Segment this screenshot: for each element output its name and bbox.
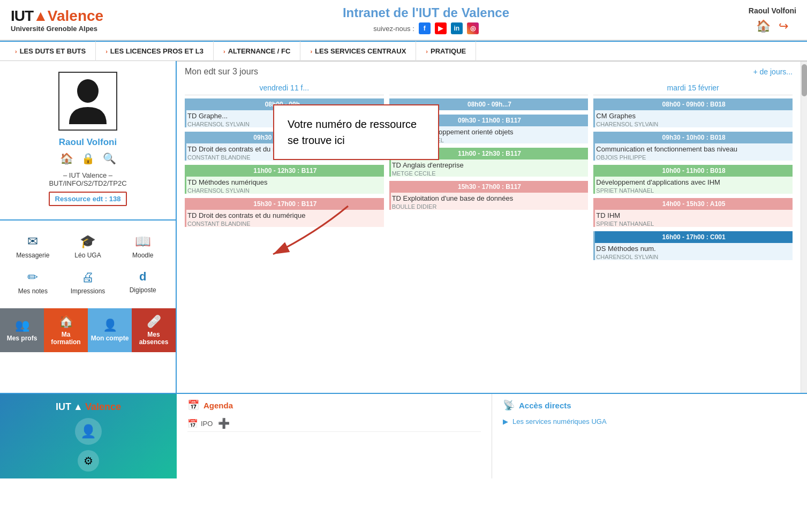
- acces-section-title: 📡 Accès directs: [503, 399, 796, 411]
- logout-icon[interactable]: ↪: [779, 19, 788, 33]
- resource-number[interactable]: 138: [109, 195, 121, 203]
- main-content: Raoul Volfoni 🏠 🔒 🔍 – IUT Valence – BUT/…: [0, 61, 807, 393]
- time-bar-3-2: 09h30 - 10h00 : B018: [595, 132, 793, 143]
- edt-slot-3-3: 10h00 - 11h00 : B018 Développement d'app…: [593, 165, 793, 194]
- add-icon[interactable]: ➕: [218, 417, 230, 429]
- bottom-section: IUT▲Valence 👤 ⚙ 📅 Agenda 📅 IPO ➕ 📡 Accès…: [0, 393, 807, 478]
- scrollbar-right[interactable]: [801, 62, 807, 393]
- hat-icon: 🎓: [80, 234, 96, 249]
- mail-icon: ✉: [27, 234, 38, 249]
- logo-iut-text: IUT▲: [11, 7, 48, 25]
- shortcut-leauga[interactable]: 🎓 Léo UGA: [61, 229, 116, 264]
- logo-iut: IUT▲ Valence: [11, 7, 103, 25]
- time-bar-1-3: 11h00 - 12h30 : B117: [186, 165, 384, 177]
- slot-title-3-1: CM Graphes: [595, 112, 793, 120]
- bottom-nav-label-absences: Mes absences: [134, 331, 173, 346]
- bottom-nav-mon-compte[interactable]: 👤 Mon compte: [88, 308, 132, 352]
- resource-label: Ressource edt :: [55, 195, 108, 203]
- profile-section: Raoul Volfoni 🏠 🔒 🔍 – IUT Valence – BUT/…: [0, 61, 176, 217]
- slot-teacher-3-4: SPRIET NATHANAEL: [595, 221, 793, 227]
- slot-title-2-3: TD Anglais d'entreprise: [391, 161, 589, 169]
- annotation-box: Votre numéro de ressource se trouve ici: [273, 104, 439, 160]
- youtube-icon[interactable]: ▶: [435, 22, 447, 34]
- bottom-agenda: 📅 Agenda 📅 IPO ➕: [177, 394, 492, 478]
- edt-day-3: mardi 15 février 08h00 - 09h00 : B018 CM…: [593, 81, 793, 264]
- avatar-box: [58, 72, 117, 131]
- agenda-title: Agenda: [203, 401, 233, 410]
- nav-arrow-5: ›: [426, 48, 428, 55]
- acces-title: Accès directs: [519, 401, 571, 410]
- time-bar-3-3: 10h00 - 11h00 : B018: [595, 165, 793, 177]
- shortcut-impressions[interactable]: 🖨 Impressions: [61, 264, 116, 300]
- logo-triangle: ▲: [33, 7, 48, 24]
- profile-lock-icon[interactable]: 🔒: [81, 152, 95, 165]
- nav-label-duts: LES DUTS et BUTS: [20, 47, 86, 55]
- profile-search-icon[interactable]: 🔍: [103, 152, 116, 165]
- bottom-nav-label-compte: Mon compte: [91, 335, 129, 342]
- edt-day-header-2: [389, 81, 589, 95]
- header-center: Intranet de l'IUT de Valence suivez-nous…: [103, 5, 749, 34]
- nav-arrow-1: ›: [15, 48, 17, 55]
- bottom-nav-mes-profs[interactable]: 👥 Mes profs: [0, 308, 44, 352]
- resource-box: Ressource edt : 138: [49, 192, 127, 206]
- time-bar-2-4: 15h30 - 17h00 : B117: [391, 181, 589, 193]
- logo-area: IUT▲ Valence Université Grenoble Alpes: [11, 7, 103, 33]
- nav-arrow-3: ›: [223, 48, 225, 55]
- play-icon: ▶: [503, 417, 508, 425]
- time-bar-3-5: 16h00 - 17h00 : C001: [595, 231, 793, 243]
- edt-more-link[interactable]: + de jours...: [753, 67, 793, 76]
- book-icon: 📖: [135, 234, 151, 249]
- nav-label-licences: LES LICENCES PROS ET L3: [110, 47, 203, 55]
- svg-point-0: [77, 79, 99, 103]
- slot-title-2-4: TD Exploitation d'une base de données: [391, 194, 589, 202]
- nav-label-pratique: PRATIQUE: [431, 47, 466, 55]
- bottom-nav-ma-formation[interactable]: 🏠 Ma formation: [44, 308, 88, 352]
- profile-info-line1: – IUT Valence –: [49, 171, 126, 179]
- bottom-acces: 📡 Accès directs ▶ Les services numérique…: [492, 394, 807, 478]
- shortcut-mesnotes[interactable]: ✏ Mes notes: [5, 264, 61, 300]
- acces-rss-icon: 📡: [503, 399, 515, 411]
- sidebar-divider: [0, 219, 176, 221]
- shortcut-digiposte[interactable]: d Digiposte: [115, 264, 170, 300]
- linkedin-icon[interactable]: in: [451, 22, 463, 34]
- profile-home-icon[interactable]: 🏠: [60, 152, 73, 165]
- slot-title-3-2: Communication et fonctionnement bas nive…: [595, 145, 793, 153]
- printer-icon: 🖨: [81, 270, 94, 285]
- suivez-label: suivez-nous :: [373, 25, 414, 33]
- header: IUT▲ Valence Université Grenoble Alpes I…: [0, 0, 807, 41]
- avatar-silhouette: [66, 76, 109, 127]
- sidebar-bottom-nav: 👥 Mes profs 🏠 Ma formation 👤 Mon compte …: [0, 308, 176, 352]
- nav-item-alternance[interactable]: › ALTERNANCE / FC: [214, 41, 300, 62]
- profile-name: Raoul Volfoni: [59, 137, 117, 148]
- instagram-icon[interactable]: ◎: [467, 22, 479, 34]
- sidebar-shortcuts: ✉ Messagerie 🎓 Léo UGA 📖 Moodle ✏ Mes no…: [0, 226, 176, 303]
- edt-day-header-1: vendredi 11 f...: [185, 81, 384, 95]
- bottom-image-content: IUT▲Valence 👤 ⚙: [56, 401, 121, 472]
- slot-teacher-1-3: CHARENSOL SYLVAIN: [186, 187, 384, 194]
- nav-item-licences[interactable]: › LES LICENCES PROS ET L3: [96, 41, 214, 62]
- slot-teacher-3-2: OBJOIS PHILIPPE: [595, 154, 793, 161]
- edt-slot-3-4: 14h00 - 15h30 : A105 TD IHM SPRIET NATHA…: [593, 198, 793, 227]
- home-icon[interactable]: 🏠: [756, 19, 771, 33]
- mon-compte-icon: 👤: [103, 318, 117, 332]
- shortcut-label-impressions: Impressions: [71, 287, 105, 295]
- sidebar: Raoul Volfoni 🏠 🔒 🔍 – IUT Valence – BUT/…: [0, 61, 177, 393]
- bottom-image: IUT▲Valence 👤 ⚙: [0, 394, 177, 478]
- nav-item-duts[interactable]: › LES DUTS et BUTS: [5, 41, 96, 62]
- header-title: Intranet de l'IUT de Valence: [103, 5, 749, 20]
- bottom-nav-mes-absences[interactable]: 🩹 Mes absences: [132, 308, 176, 352]
- edt-slot-3-5: 16h00 - 17h00 : C001 DS Méthodes num. CH…: [593, 231, 793, 260]
- shortcut-moodle[interactable]: 📖 Moodle: [115, 229, 170, 264]
- profile-action-icons: 🏠 🔒 🔍: [60, 152, 116, 165]
- acces-item-services-numeriques[interactable]: ▶ Les services numériques UGA: [503, 415, 796, 428]
- agenda-item-ipo: 📅 IPO ➕: [187, 415, 481, 432]
- mes-absences-icon: 🩹: [147, 315, 161, 329]
- profile-info-line2: BUT/INFO/S2/TD2/TP2C: [49, 179, 126, 187]
- nav-arrow-2: ›: [105, 48, 108, 55]
- facebook-icon[interactable]: f: [419, 22, 431, 34]
- edt-area-wrapper: Mon edt sur 3 jours + de jours... vendre…: [177, 61, 807, 393]
- nav-item-pratique[interactable]: › PRATIQUE: [416, 41, 476, 62]
- edt-day-header-3: mardi 15 février: [593, 81, 793, 95]
- nav-item-services[interactable]: › LES SERVICES CENTRAUX: [300, 41, 416, 62]
- shortcut-messagerie[interactable]: ✉ Messagerie: [5, 229, 61, 264]
